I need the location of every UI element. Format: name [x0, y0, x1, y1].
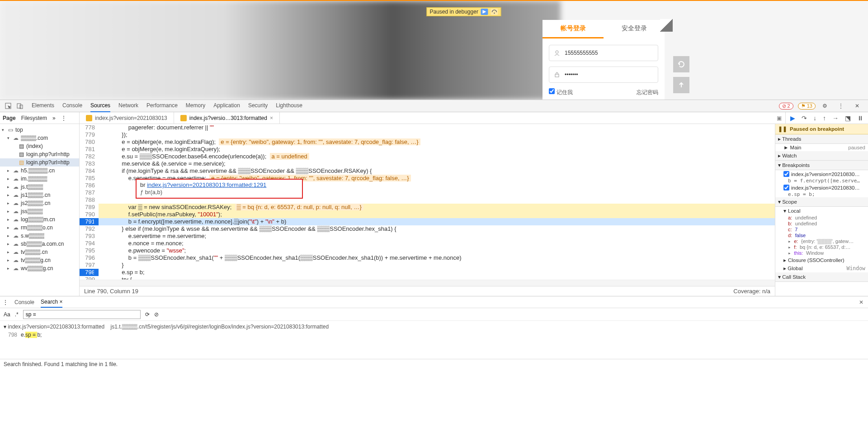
password-field[interactable]: ••••••• [549, 67, 658, 83]
scope-var[interactable]: ▸ e: {entry: '▒▒▒▒', gatew… [775, 238, 868, 244]
forgot-password-link[interactable]: 忘记密码 [637, 89, 658, 96]
devtools-tab-security[interactable]: Security [248, 100, 268, 112]
refresh-search-icon[interactable]: ⟳ [145, 311, 150, 318]
file-tab[interactable]: index.js?version=2021083013 [80, 112, 174, 124]
tree-cloud[interactable]: ▸☁s.w▒▒▒▒ [0, 232, 79, 240]
inspect-icon[interactable] [4, 102, 13, 110]
sec-breakpoints[interactable]: ▾ Breakpoints [775, 161, 868, 170]
pause-exc-icon[interactable]: ⏸ [857, 114, 863, 122]
file-tree[interactable]: ▾▭top▾☁▒▒▒▒.com▤(index)▤login.php?url=ht… [0, 124, 80, 296]
phone-field[interactable]: 15555555555 [549, 45, 658, 61]
tab-secure-login[interactable]: 安全登录 [604, 20, 665, 38]
tree-cloud[interactable]: ▸☁js2▒▒▒▒.cn [0, 199, 79, 207]
error-count-badge[interactable]: ⊘ 2 [779, 103, 793, 110]
tree-cloud[interactable]: ▸☁h5.▒▒▒▒▒.cn [0, 167, 79, 175]
sec-callstack[interactable]: ▾ Call Stack [775, 272, 868, 282]
step-into-icon[interactable]: ↓ [813, 114, 816, 122]
h-scrollbar[interactable] [80, 280, 775, 286]
nav-filesystem[interactable]: Filesystem [21, 115, 47, 121]
drawer-close-icon[interactable]: ✕ [859, 299, 863, 305]
scope-var[interactable]: ▸ f: bq {n: d, e: 65537, d:… [775, 244, 868, 250]
regex-icon[interactable]: .* [15, 311, 19, 318]
warning-count-badge[interactable]: ⚑ 13 [798, 103, 816, 110]
close-tab-icon[interactable]: × [270, 115, 273, 121]
remember-checkbox[interactable] [549, 88, 555, 94]
devtools-tab-memory[interactable]: Memory [186, 100, 205, 112]
tab-account-login[interactable]: 帐号登录 [542, 20, 604, 38]
sec-scope[interactable]: ▾ Scope [775, 197, 868, 207]
devtools-tab-lighthouse[interactable]: Lighthouse [276, 100, 302, 112]
tree-cloud[interactable]: ▸☁tv▒▒▒▒.cn [0, 248, 79, 256]
tree-index[interactable]: ▤(index) [0, 142, 79, 150]
up-side-button[interactable] [673, 77, 689, 93]
debugger-step-icon[interactable] [491, 9, 498, 15]
password-value: ••••••• [565, 71, 578, 78]
remember-me[interactable]: 记住我 [549, 88, 573, 96]
sec-watch[interactable]: ▸ Watch [775, 151, 868, 161]
phone-value: 15555555555 [565, 50, 598, 56]
sec-threads[interactable]: ▸ Threads [775, 134, 868, 144]
device-icon[interactable] [15, 102, 24, 110]
bp-2[interactable]: index.js?version=20210830… [775, 184, 868, 191]
devtools-tab-network[interactable]: Network [118, 100, 138, 112]
code-editor[interactable]: 778 pagerefer: document.referrer || ""77… [80, 124, 775, 296]
scope-var[interactable]: a: undefined [775, 215, 868, 221]
tree-login2[interactable]: ▤login.php?url=http [0, 158, 79, 167]
resume-icon[interactable]: ▶ [790, 114, 795, 122]
search-input[interactable] [23, 310, 141, 319]
login-card: 帐号登录 安全登录 15555555555 ••••••• 记住我 忘记密码 登… [542, 20, 665, 100]
scope-closure[interactable]: ▸ Closure (SSOController) [775, 256, 868, 264]
step-out-icon[interactable]: ↑ [823, 114, 826, 122]
js-file-icon [86, 115, 92, 121]
svg-marker-0 [483, 10, 486, 14]
clear-search-icon[interactable]: ⊘ [154, 311, 159, 318]
lock-icon [554, 71, 561, 78]
tree-login1[interactable]: ▤login.php?url=http [0, 150, 79, 158]
bp-1[interactable]: index.js?version=20210830… [775, 170, 868, 178]
tree-cloud[interactable]: ▸☁sb▒▒▒▒a.com.cn [0, 240, 79, 248]
refresh-side-button[interactable] [673, 56, 689, 72]
gear-icon[interactable]: ⚙ [820, 102, 829, 110]
tree-cloud[interactable]: ▸☁wv▒▒▒▒g.cn [0, 264, 79, 272]
qr-corner-icon[interactable] [660, 19, 673, 32]
tree-cloud[interactable]: ▸☁im.▒▒▒▒▒ [0, 175, 79, 183]
scope-var[interactable]: ▸ this: Window [775, 250, 868, 256]
kebab-icon[interactable]: ⋮ [836, 102, 845, 110]
nav-kebab-icon[interactable]: ⋮ [61, 115, 66, 121]
file-tab[interactable]: index.js?versio…3013:formatted× [174, 112, 280, 124]
nav-page[interactable]: Page [3, 115, 16, 121]
scope-var[interactable]: c: 7 [775, 227, 868, 233]
step-over-icon[interactable]: ↷ [802, 114, 807, 122]
drawer-tab-console[interactable]: Console [14, 297, 34, 307]
drawer-kebab-icon[interactable]: ⋮ [3, 299, 8, 305]
tree-cloud[interactable]: ▸☁js1▒▒▒▒.cn [0, 191, 79, 199]
devtools-tab-elements[interactable]: Elements [32, 100, 54, 112]
devtools-tab-sources[interactable]: Sources [90, 100, 110, 112]
tree-cloud[interactable]: ▸☁tv▒▒▒▒g.cn [0, 256, 79, 264]
scope-global[interactable]: ▸ GlobalWindow [775, 264, 868, 272]
step-icon[interactable]: → [832, 114, 839, 122]
thread-main[interactable]: ► Mainpaused [775, 144, 868, 151]
tree-cloud[interactable]: ▸☁rm▒▒▒▒o.cn [0, 224, 79, 232]
match-case[interactable]: Aa [4, 311, 10, 318]
nav-more-icon[interactable]: » [52, 115, 56, 121]
tree-cloud[interactable]: ▸☁jss▒▒▒▒ [0, 207, 79, 215]
tree-cloud[interactable]: ▸☁js.t▒▒▒▒ [0, 183, 79, 191]
reader-icon[interactable]: ▣ [773, 115, 785, 121]
scope-var[interactable]: b: undefined [775, 221, 868, 227]
close-tab-icon[interactable]: × [59, 299, 62, 305]
scope-var[interactable]: d: false [775, 233, 868, 238]
svg-rect-6 [17, 104, 21, 108]
devtools-tab-performance[interactable]: Performance [146, 100, 178, 112]
tree-cloud[interactable]: ▸☁log▒▒▒▒m.cn [0, 215, 79, 224]
search-results[interactable]: ▾ index.js?version=2021083013:formatted … [0, 321, 868, 341]
debugger-resume-icon[interactable] [481, 9, 488, 15]
scope-local[interactable]: ▾ Local [775, 207, 868, 215]
devtools-tab-application[interactable]: Application [213, 100, 240, 112]
deactivate-bp-icon[interactable]: ⬔ [845, 114, 851, 122]
tree-domain[interactable]: ▾☁▒▒▒▒.com [0, 134, 79, 142]
devtools-tab-console[interactable]: Console [62, 100, 82, 112]
drawer-tab-search[interactable]: Search × [41, 297, 62, 308]
tree-top[interactable]: ▾▭top [0, 126, 79, 134]
close-devtools-icon[interactable]: ✕ [853, 102, 862, 110]
